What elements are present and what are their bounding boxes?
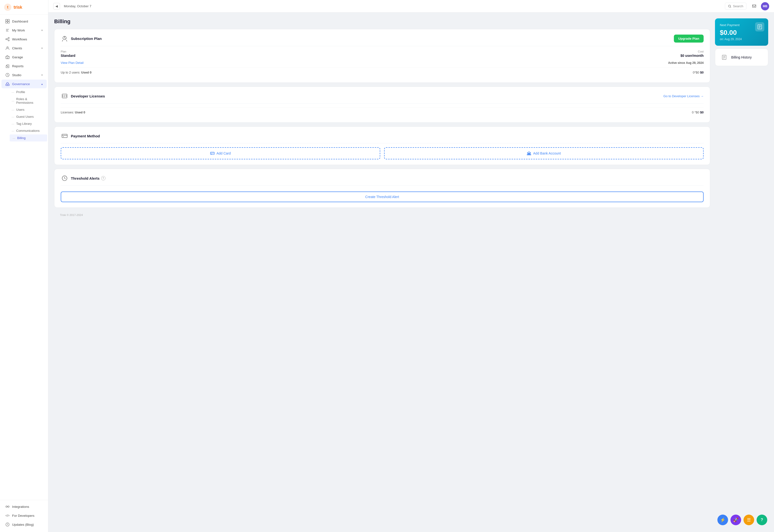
governance-label: Governance — [12, 82, 30, 86]
bank-icon — [527, 151, 531, 155]
subscription-title-row: Subscription Plan — [61, 35, 102, 43]
sidebar-item-dashboard[interactable]: Dashboard — [1, 17, 47, 26]
add-bank-account-label: Add Bank Account — [533, 151, 561, 155]
threshold-alerts-header: Threshold Alerts ? — [61, 174, 704, 186]
topbar-date: Monday, October 7 — [64, 4, 91, 8]
collapse-sidebar-button[interactable]: ◀ — [53, 3, 60, 10]
sidebar: t trisk Dashboard My Work ▾ Workflows Cl… — [0, 0, 48, 532]
sidebar-item-integrations[interactable]: Integrations — [1, 502, 47, 511]
updates-blog-label: Updates (Blog) — [12, 523, 34, 526]
search-button[interactable]: Search — [725, 3, 746, 10]
sidebar-item-my-work[interactable]: My Work ▾ — [1, 26, 47, 35]
billing-history-card[interactable]: Billing History — [715, 49, 768, 66]
payment-method-title: Payment Method — [71, 134, 100, 138]
payment-method-card: Payment Method Add Card Add Bank Account — [54, 126, 710, 165]
svg-rect-23 — [529, 153, 529, 155]
fab-help-button[interactable]: ? — [757, 515, 767, 525]
add-card-button[interactable]: Add Card — [61, 147, 380, 159]
billing-history-label: Billing History — [731, 55, 752, 59]
garage-label: Garage — [12, 55, 23, 59]
svg-point-6 — [6, 39, 7, 40]
avatar-initials: MB — [763, 5, 767, 8]
sidebar-sub-users[interactable]: Users — [9, 106, 48, 113]
developer-licenses-title: Developer Licenses — [71, 94, 105, 98]
sidebar-item-garage[interactable]: Garage — [1, 53, 47, 61]
cost-info: Cost $0 user/month — [680, 50, 704, 58]
my-work-icon — [5, 28, 10, 32]
svg-rect-22 — [528, 153, 528, 155]
view-plan-detail-link[interactable]: View Plan Detail — [61, 61, 83, 65]
subscription-card-header: Subscription Plan Upgrade Plan — [61, 35, 704, 46]
svg-rect-20 — [62, 134, 67, 138]
fab-bolt-button[interactable]: ⚡ — [717, 515, 728, 525]
svg-point-8 — [8, 40, 9, 41]
avatar[interactable]: MB — [761, 2, 769, 10]
cost-label: Cost — [680, 50, 704, 53]
threshold-title-row: Threshold Alerts ? — [61, 174, 105, 182]
svg-point-7 — [8, 37, 9, 39]
logo-text: trisk — [14, 5, 22, 10]
upgrade-plan-button[interactable]: Upgrade Plan — [674, 35, 704, 43]
plan-value: Standard — [61, 54, 75, 58]
sidebar-sub-billing[interactable]: Billing — [10, 134, 47, 141]
svg-point-14 — [6, 506, 7, 507]
subscription-plan-card: Subscription Plan Upgrade Plan Plan Stan… — [54, 29, 710, 83]
next-payment-label: Next Payment — [720, 23, 763, 27]
dashboard-icon — [5, 19, 10, 23]
sidebar-sub-communications[interactable]: Communications — [9, 127, 48, 134]
sidebar-item-workflows[interactable]: Workflows — [1, 35, 47, 44]
sidebar-item-studio[interactable]: Studio ▾ — [1, 71, 47, 79]
licenses-total: $0 — [700, 111, 704, 114]
next-payment-date: on: Aug 29, 2024 — [720, 37, 763, 41]
go-to-developer-licenses-link[interactable]: Go to Developer Licenses → — [663, 94, 704, 98]
sidebar-item-for-developers[interactable]: For Developers — [1, 511, 47, 520]
dashboard-label: Dashboard — [12, 20, 28, 23]
messages-icon-button[interactable] — [750, 2, 758, 10]
studio-label: Studio — [12, 73, 21, 77]
studio-chevron: ▾ — [41, 74, 43, 77]
sidebar-nav: Dashboard My Work ▾ Workflows Clients ▾ … — [0, 15, 48, 500]
sidebar-sub-guest-users[interactable]: Guest Users — [9, 113, 48, 120]
threshold-icon — [61, 174, 68, 182]
sidebar-item-updates-blog[interactable]: Updates (Blog) — [1, 520, 47, 529]
threshold-help-icon[interactable]: ? — [101, 176, 105, 180]
sidebar-sub-profile[interactable]: Profile — [9, 89, 48, 96]
sidebar-item-reports[interactable]: Reports — [1, 62, 47, 70]
sidebar-footer: Integrations For Developers Updates (Blo… — [0, 500, 48, 532]
reports-icon — [5, 64, 10, 68]
svg-rect-4 — [6, 22, 7, 23]
add-bank-account-button[interactable]: Add Bank Account — [384, 147, 704, 159]
topbar: ◀ Monday, October 7 Search MB — [48, 0, 774, 13]
fab-container: ⚡ 🚀 ☰ ? — [717, 515, 767, 525]
fab-list-button[interactable]: ☰ — [744, 515, 754, 525]
content-sidebar: Next Payment $0.00 on: Aug 29, 2024 Bill… — [715, 18, 768, 526]
logo-area: t trisk — [0, 0, 48, 15]
trisk-logo: t — [4, 3, 12, 11]
svg-point-17 — [729, 5, 731, 7]
licenses-row: Licenses: Used 0 0 *$0 $0 — [61, 107, 704, 117]
sidebar-sub-tag-library[interactable]: Tag Library — [9, 120, 48, 127]
plan-info: Plan Standard — [61, 50, 75, 58]
create-threshold-alert-button[interactable]: Create Threshold Alert — [61, 192, 704, 202]
svg-rect-5 — [8, 22, 9, 23]
footer-text: Trisk © 2017-2024 — [60, 214, 83, 216]
fab-rocket-button[interactable]: 🚀 — [730, 515, 741, 525]
usage-text: Up to 2 users: Used 0 — [61, 71, 91, 74]
governance-icon — [5, 82, 10, 86]
developers-icon — [5, 513, 10, 518]
sidebar-item-clients[interactable]: Clients ▾ — [1, 44, 47, 52]
used-count: Used 0 — [81, 71, 92, 74]
active-since-label: Active since — [668, 61, 685, 65]
svg-rect-24 — [530, 153, 530, 155]
sidebar-item-governance[interactable]: Governance ▴ — [1, 80, 47, 88]
updates-icon — [5, 522, 10, 527]
clients-label: Clients — [12, 46, 22, 50]
search-label: Search — [733, 4, 743, 8]
topbar-icons: MB — [750, 2, 769, 10]
content-area: Billing Subscription Plan Upgrade Plan P… — [48, 13, 774, 532]
sidebar-sub-roles[interactable]: Roles & Permissions — [9, 96, 48, 106]
developer-licenses-card: Developer Licenses Go to Developer Licen… — [54, 87, 710, 123]
workflows-label: Workflows — [12, 37, 27, 41]
svg-rect-2 — [6, 19, 7, 21]
developer-title-row: Developer Licenses — [61, 92, 105, 100]
